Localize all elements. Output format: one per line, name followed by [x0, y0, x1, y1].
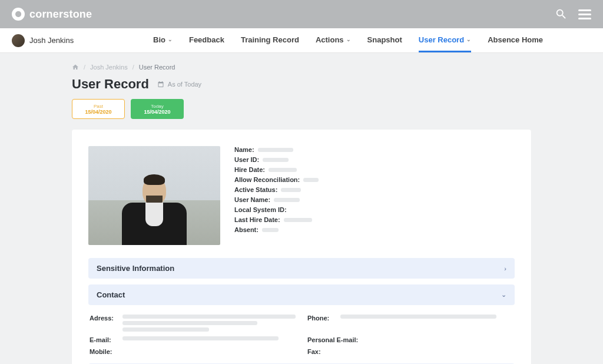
- profile-row: Name:User ID:Hire Date:Allow Reconciliat…: [88, 146, 515, 245]
- breadcrumb-page: User Record: [139, 64, 175, 71]
- nav-item-snapshot[interactable]: Snapshot: [367, 29, 402, 52]
- date-pill-past[interactable]: Past 15/04/2020: [72, 99, 125, 119]
- as-of-label: As of Today: [157, 81, 201, 88]
- contact-value-placeholder: [122, 321, 257, 325]
- nav-item-training-record[interactable]: Training Record: [241, 29, 299, 52]
- search-icon[interactable]: [555, 8, 568, 21]
- navbar: Josh Jenkins Bio⌄FeedbackTraining Record…: [0, 28, 603, 53]
- detail-value-placeholder: [269, 168, 297, 172]
- profile-photo: [88, 146, 220, 245]
- contact-row: Adress:: [90, 315, 296, 332]
- detail-value-placeholder: [262, 228, 279, 232]
- detail-row: Active Status:: [234, 186, 515, 193]
- nav-item-absence-home[interactable]: Absence Home: [488, 29, 543, 52]
- nav-item-feedback[interactable]: Feedback: [189, 29, 224, 52]
- contact-row: Mobile:: [90, 348, 296, 355]
- contact-row: Fax:: [307, 348, 513, 355]
- date-pills: Past 15/04/2020 Today 15/04/2020: [72, 99, 531, 119]
- page-title: User Record: [72, 77, 149, 92]
- contact-row: Phone:: [307, 315, 513, 332]
- user-record-card: Name:User ID:Hire Date:Allow Reconciliat…: [72, 130, 531, 364]
- detail-label: Active Status:: [234, 186, 277, 193]
- detail-value-placeholder: [284, 218, 312, 222]
- detail-label: User ID:: [234, 156, 259, 163]
- detail-value-placeholder: [258, 148, 293, 152]
- nav-item-bio[interactable]: Bio⌄: [153, 29, 173, 52]
- section-contact[interactable]: Contact ⌄: [88, 284, 515, 305]
- contact-label: Mobile:: [90, 348, 118, 355]
- menu-icon[interactable]: [578, 9, 591, 19]
- detail-label: Last Hire Date:: [234, 216, 280, 223]
- detail-label: Allow Reconciliation:: [234, 176, 300, 183]
- detail-row: Absent:: [234, 226, 515, 233]
- chevron-down-icon: ⌄: [346, 37, 351, 42]
- detail-row: User ID:: [234, 156, 515, 163]
- contact-label: Adress:: [90, 315, 118, 322]
- contact-value-placeholder: [122, 336, 279, 340]
- detail-value-placeholder: [281, 188, 301, 192]
- contact-grid: Adress:Phone:E-mail:Personal E-mail:Mobi…: [88, 311, 515, 363]
- chevron-right-icon: ›: [504, 265, 506, 272]
- contact-label: E-mail:: [90, 336, 118, 343]
- nav-item-actions[interactable]: Actions⌄: [316, 29, 351, 52]
- chevron-down-icon: ⌄: [168, 37, 173, 42]
- detail-row: Last Hire Date:: [234, 216, 515, 223]
- details-list: Name:User ID:Hire Date:Allow Reconciliat…: [234, 146, 515, 245]
- brand-logo-icon: [12, 8, 25, 21]
- home-icon[interactable]: [72, 64, 79, 71]
- brand-name: cornerstone: [29, 8, 92, 21]
- detail-value-placeholder: [263, 158, 289, 162]
- contact-row: E-mail:: [90, 336, 296, 343]
- detail-row: Local System ID:: [234, 206, 515, 213]
- page-content: / Josh Jenkins / User Record User Record…: [72, 53, 531, 364]
- contact-value-placeholder: [122, 327, 209, 332]
- contact-label: Fax:: [307, 348, 336, 355]
- detail-label: Hire Date:: [234, 166, 265, 173]
- date-pill-today[interactable]: Today 15/04/2020: [131, 99, 184, 119]
- detail-label: Name:: [234, 146, 254, 153]
- detail-row: Hire Date:: [234, 166, 515, 173]
- chevron-down-icon: ⌄: [501, 291, 506, 299]
- contact-row: Personal E-mail:: [307, 336, 513, 343]
- user-name: Josh Jenkins: [29, 36, 74, 45]
- breadcrumb-user[interactable]: Josh Jenkins: [90, 64, 128, 71]
- detail-value-placeholder: [274, 198, 300, 202]
- contact-label: Personal E-mail:: [307, 336, 358, 343]
- chevron-down-icon: ⌄: [466, 37, 471, 42]
- detail-value-placeholder: [303, 178, 319, 182]
- breadcrumb: / Josh Jenkins / User Record: [72, 64, 531, 71]
- brand[interactable]: cornerstone: [12, 8, 92, 21]
- nav-items: Bio⌄FeedbackTraining RecordActions⌄Snaps…: [153, 29, 543, 52]
- nav-item-user-record[interactable]: User Record⌄: [419, 29, 471, 52]
- title-row: User Record As of Today: [72, 77, 531, 92]
- topbar-actions: [555, 8, 591, 21]
- contact-value-placeholder: [340, 315, 496, 319]
- detail-label: Local System ID:: [234, 206, 287, 213]
- calendar-icon: [157, 81, 164, 88]
- contact-label: Phone:: [307, 315, 336, 322]
- detail-row: User Name:: [234, 196, 515, 203]
- section-sensitive-information[interactable]: Sensitive Information ›: [88, 258, 515, 279]
- detail-label: User Name:: [234, 196, 270, 203]
- detail-row: Allow Reconciliation:: [234, 176, 515, 183]
- user-chip[interactable]: Josh Jenkins: [12, 34, 74, 47]
- topbar: cornerstone: [0, 0, 603, 28]
- contact-value-placeholder: [122, 315, 296, 319]
- avatar: [12, 34, 25, 47]
- detail-row: Name:: [234, 146, 515, 153]
- detail-label: Absent:: [234, 226, 259, 233]
